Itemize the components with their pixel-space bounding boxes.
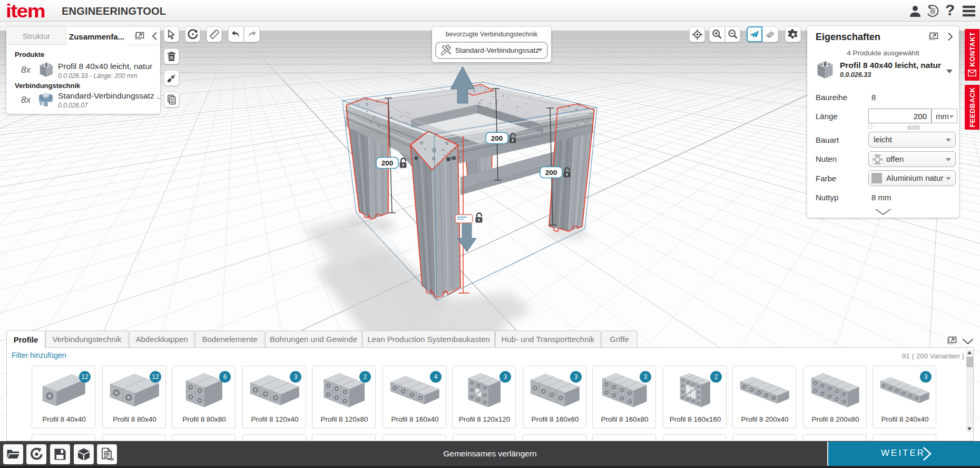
svg-text:200: 200	[381, 159, 394, 167]
svg-text:PDF: PDF	[108, 457, 114, 461]
svg-text:200: 200	[545, 169, 557, 177]
svg-text:200: 200	[491, 134, 503, 142]
